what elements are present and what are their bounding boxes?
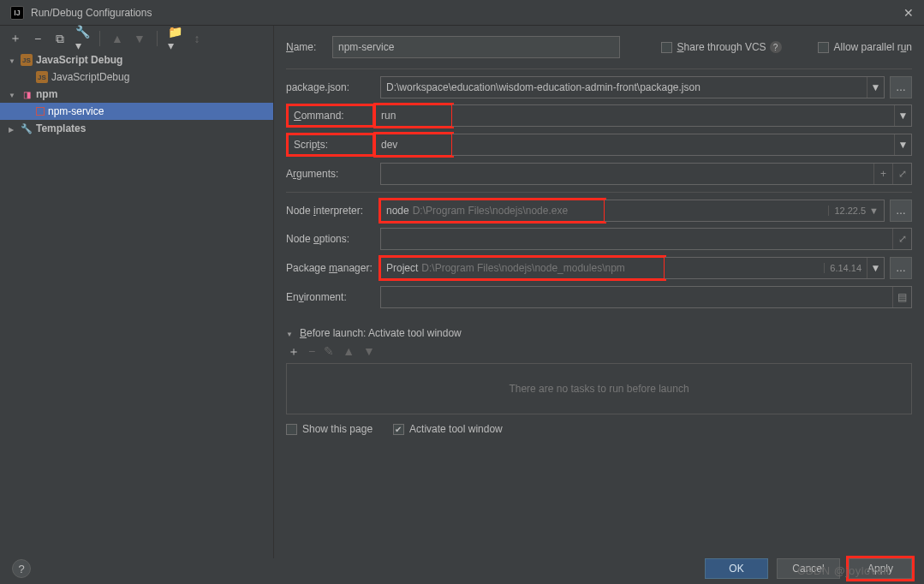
- plus-icon[interactable]: +: [873, 164, 892, 184]
- name-label: Name:: [286, 41, 320, 53]
- tree-label: JavaScript Debug: [36, 54, 122, 66]
- tree-item-templates[interactable]: 🔧 Templates: [0, 120, 273, 137]
- package-manager-tail[interactable]: 6.14.14 ▼: [665, 257, 885, 279]
- tree-item-javascriptdebug-child[interactable]: JS JavaScriptDebug: [0, 69, 273, 86]
- input-tail: + ⤢: [873, 164, 911, 184]
- label-node-options: Node options:: [286, 233, 380, 245]
- dropdown-icon[interactable]: ▼: [894, 105, 911, 126]
- input-tail: ▤: [892, 287, 911, 307]
- list-icon[interactable]: ▤: [892, 287, 911, 307]
- share-vcs-option[interactable]: Share through VCS?: [661, 41, 782, 53]
- row-command: Command: run ▼: [286, 101, 912, 130]
- name-input[interactable]: [332, 36, 620, 58]
- close-icon[interactable]: ✕: [903, 6, 914, 20]
- checkbox-icon[interactable]: [661, 42, 672, 53]
- command-select[interactable]: run: [375, 104, 452, 127]
- remove-icon[interactable]: −: [31, 32, 45, 45]
- browse-button[interactable]: …: [890, 200, 912, 222]
- help-button[interactable]: ?: [12, 559, 31, 578]
- caret-down-icon[interactable]: [9, 56, 17, 65]
- node-interpreter-select[interactable]: nodeD:\Program Files\nodejs\node.exe: [380, 200, 605, 222]
- arguments-input[interactable]: + ⤢: [380, 163, 912, 185]
- window-title: Run/Debug Configurations: [31, 7, 152, 19]
- activate-window-option[interactable]: Activate tool window: [393, 423, 503, 435]
- down-icon[interactable]: ▼: [363, 344, 375, 360]
- expand-icon[interactable]: ⤢: [892, 229, 911, 249]
- before-launch-checks: Show this page Activate tool window: [286, 423, 912, 435]
- package-json-value: D:\workspace\education\wisdom-education-…: [381, 81, 867, 93]
- row-package-manager: Package manager: ProjectD:\Program Files…: [286, 253, 912, 283]
- sidebar: ＋ − ⧉ 🔧▾ ▲ ▼ 📁▾ ↕ JS JavaScript Debug JS…: [0, 26, 274, 558]
- ok-button[interactable]: OK: [705, 558, 768, 579]
- app-icon: IJ: [10, 6, 24, 20]
- folder-icon[interactable]: 📁▾: [168, 32, 182, 45]
- js-icon: JS: [36, 71, 48, 83]
- package-json-select[interactable]: D:\workspace\education\wisdom-education-…: [380, 76, 885, 98]
- tree-item-npm[interactable]: ◨ npm: [0, 86, 273, 103]
- checkbox-checked-icon[interactable]: [393, 424, 404, 435]
- separator: [99, 31, 100, 46]
- show-page-option[interactable]: Show this page: [286, 423, 373, 435]
- tree-label: JavaScriptDebug: [51, 71, 129, 83]
- caret-down-icon[interactable]: [9, 90, 17, 99]
- input-tail: ⤢: [892, 229, 911, 249]
- main-area: ＋ − ⧉ 🔧▾ ▲ ▼ 📁▾ ↕ JS JavaScript Debug JS…: [0, 26, 924, 558]
- node-options-input[interactable]: ⤢: [380, 228, 912, 250]
- before-launch-header[interactable]: Before launch: Activate tool window: [286, 327, 912, 339]
- wrench-icon: 🔧: [21, 122, 33, 134]
- label-scripts: Scripts:: [286, 133, 375, 157]
- wrench-dropdown-icon[interactable]: 🔧▾: [75, 32, 89, 45]
- up-icon[interactable]: ▲: [110, 32, 124, 45]
- config-tree: JS JavaScript Debug JS JavaScriptDebug ◨…: [0, 51, 273, 558]
- checkbox-icon[interactable]: [818, 42, 829, 53]
- cancel-button[interactable]: Cancel: [777, 558, 840, 579]
- content-panel: Name: Share through VCS? Allow parallel …: [274, 26, 924, 558]
- scripts-select[interactable]: dev: [375, 134, 452, 156]
- dropdown-icon[interactable]: ▼: [867, 258, 884, 278]
- down-icon[interactable]: ▼: [133, 32, 146, 45]
- pkg-version: 6.14.14: [824, 263, 867, 273]
- remove-icon[interactable]: −: [308, 344, 315, 360]
- scripts-select-extra[interactable]: ▼: [452, 134, 912, 156]
- row-node-interpreter: Node interpreter: nodeD:\Program Files\n…: [286, 192, 912, 224]
- caret-down-icon[interactable]: [286, 329, 295, 338]
- help-icon[interactable]: ?: [770, 41, 782, 53]
- collapse-icon[interactable]: ↕: [190, 32, 204, 45]
- node-interpreter-tail[interactable]: 12.22.5 ▼: [605, 200, 885, 222]
- tree-item-javascript-debug[interactable]: JS JavaScript Debug: [0, 51, 273, 69]
- title-bar: IJ Run/Debug Configurations ✕: [0, 0, 924, 26]
- browse-button[interactable]: …: [890, 76, 912, 98]
- tree-item-npm-service[interactable]: npm-service: [0, 103, 273, 120]
- sidebar-toolbar: ＋ − ⧉ 🔧▾ ▲ ▼ 📁▾ ↕: [0, 26, 273, 51]
- label-arguments: Arguments:: [286, 168, 380, 180]
- dropdown-icon[interactable]: ▼: [867, 77, 884, 98]
- npm-run-icon: [36, 107, 45, 116]
- allow-parallel-option[interactable]: Allow parallel run: [818, 41, 912, 53]
- apply-button[interactable]: Apply: [849, 558, 912, 579]
- dialog-footer: ? OK Cancel Apply: [0, 558, 924, 584]
- caret-right-icon[interactable]: [9, 124, 17, 134]
- expand-icon[interactable]: ⤢: [892, 164, 911, 184]
- browse-button[interactable]: …: [890, 257, 912, 279]
- add-icon[interactable]: ＋: [288, 344, 300, 360]
- label-command: Command:: [286, 104, 375, 128]
- copy-icon[interactable]: ⧉: [53, 32, 67, 45]
- up-icon[interactable]: ▲: [343, 344, 355, 360]
- environment-input[interactable]: ▤: [380, 286, 912, 308]
- add-icon[interactable]: ＋: [9, 32, 22, 45]
- tree-label: Templates: [36, 122, 86, 134]
- row-package-json: package.json: D:\workspace\education\wis…: [286, 69, 912, 101]
- checkbox-icon[interactable]: [286, 424, 297, 435]
- before-launch-title: Before launch: Activate tool window: [300, 327, 462, 339]
- package-manager-value: ProjectD:\Program Files\nodejs\node_modu…: [381, 262, 664, 274]
- label-package-json: package.json:: [286, 81, 380, 93]
- row-environment: Environment: ▤: [286, 283, 912, 312]
- command-select-extra[interactable]: ▼: [452, 104, 912, 127]
- row-scripts: Scripts: dev ▼: [286, 130, 912, 159]
- label-environment: Environment:: [286, 291, 380, 303]
- edit-icon[interactable]: ✎: [324, 344, 334, 360]
- dropdown-icon[interactable]: ▼: [894, 134, 911, 155]
- npm-icon: ◨: [21, 88, 33, 100]
- tree-label: npm: [36, 88, 57, 100]
- package-manager-select[interactable]: ProjectD:\Program Files\nodejs\node_modu…: [380, 257, 665, 279]
